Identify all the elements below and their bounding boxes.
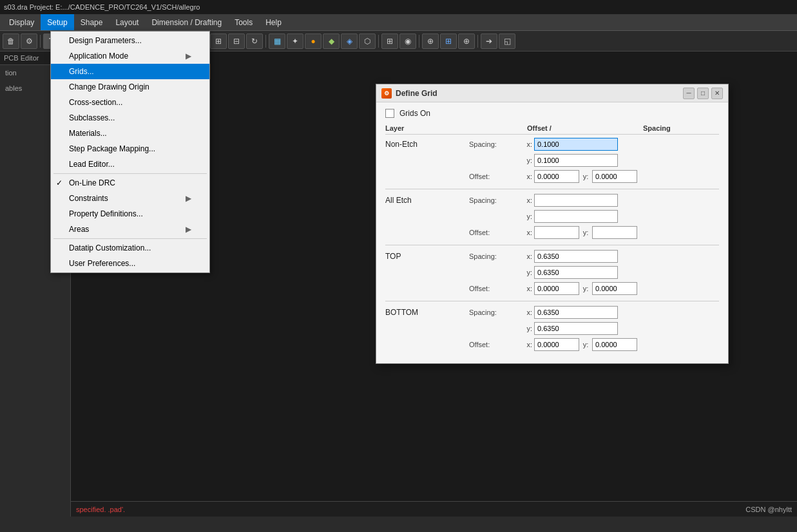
dropdown-item-areas[interactable]: Areas ▶ bbox=[51, 222, 209, 237]
grid-section-top: TOP Spacing: x: y: Offset: x: y: bbox=[385, 249, 719, 296]
toolbar-btn-7[interactable]: ✦ bbox=[287, 33, 303, 49]
toolbar-btn-16[interactable]: ⊕ bbox=[458, 33, 475, 49]
top-offset-label: Offset: bbox=[469, 285, 521, 292]
dropdown-item-cross-section[interactable]: Cross-section... bbox=[51, 95, 209, 110]
all-etch-spacing-label: Spacing: bbox=[469, 196, 521, 204]
menu-shape[interactable]: Shape bbox=[74, 14, 110, 30]
bottom-offset-row: Offset: x: y: bbox=[385, 337, 719, 352]
toolbar-btn-8[interactable]: ● bbox=[305, 33, 322, 49]
all-etch-spacing-x-input[interactable] bbox=[534, 194, 618, 207]
grids-on-checkbox[interactable] bbox=[385, 109, 394, 118]
toolbar-zoom-area[interactable]: ⊟ bbox=[228, 33, 245, 49]
dropdown-item-change-origin[interactable]: Change Drawing Origin bbox=[51, 79, 209, 95]
all-etch-spacing-y-row: y: bbox=[385, 209, 719, 223]
all-etch-y1-label: y: bbox=[521, 213, 532, 220]
constraints-arrow-icon: ▶ bbox=[186, 194, 191, 203]
grids-on-label: Grids On bbox=[399, 109, 430, 118]
non-etch-spacing-y-input[interactable] bbox=[534, 154, 618, 167]
non-etch-offset-row: Offset: x: y: bbox=[385, 169, 719, 184]
toolbar-btn-12[interactable]: ⊞ bbox=[381, 33, 398, 49]
title-bar: s03.dra Project: E:.../CADENCE_PRO/TC264… bbox=[0, 0, 797, 14]
dropdown-item-app-mode[interactable]: Application Mode ▶ bbox=[51, 48, 209, 64]
toolbar-zoom-fit[interactable]: ⊞ bbox=[210, 33, 227, 49]
bottom-x-label: x: bbox=[521, 309, 532, 316]
dialog-controls: ─ □ ✕ bbox=[683, 88, 723, 99]
top-spacing-y-row: y: bbox=[385, 265, 719, 280]
bottom-spacing-y-input[interactable] bbox=[534, 322, 618, 335]
status-bar-right: CSDN @nhyltt bbox=[745, 506, 792, 513]
non-etch-ox-label: x: bbox=[521, 173, 532, 180]
non-etch-x-label: x: bbox=[521, 140, 532, 148]
dropdown-sep-1 bbox=[53, 173, 207, 174]
top-spacing-x-input[interactable] bbox=[534, 250, 618, 263]
menu-help[interactable]: Help bbox=[259, 14, 288, 30]
toolbar-btn-10[interactable]: ◈ bbox=[341, 33, 358, 49]
dropdown-item-subclasses[interactable]: Subclasses... bbox=[51, 110, 209, 126]
menu-tools[interactable]: Tools bbox=[228, 14, 259, 30]
dropdown-item-user-prefs[interactable]: User Preferences... bbox=[51, 256, 209, 271]
dialog-close-button[interactable]: ✕ bbox=[711, 88, 723, 99]
top-offset-x-input[interactable] bbox=[534, 282, 579, 295]
bottom-offset-mid-y: y: bbox=[579, 341, 592, 348]
toolbar-refresh[interactable]: ↻ bbox=[246, 33, 263, 49]
bottom-spacing-label: Spacing: bbox=[469, 309, 521, 316]
bottom-offset-label: Offset: bbox=[469, 341, 521, 348]
top-y1-label: y: bbox=[521, 269, 532, 276]
left-panel-title: PCB Editor bbox=[4, 54, 39, 62]
non-etch-offset-mid-y: y: bbox=[579, 173, 592, 180]
toolbar-sep-5 bbox=[419, 35, 419, 48]
bottom-spacing-x-input[interactable] bbox=[534, 306, 618, 319]
dialog-body: Grids On Layer Offset / Spacing Non-Etch… bbox=[376, 102, 728, 363]
toolbar-btn-14[interactable]: ⊕ bbox=[422, 33, 439, 49]
bottom-ox-label: x: bbox=[521, 341, 532, 348]
non-etch-offset-x-input[interactable] bbox=[534, 170, 579, 183]
toolbar-btn-9[interactable]: ◆ bbox=[323, 33, 340, 49]
non-etch-offset-y-input[interactable] bbox=[592, 170, 637, 183]
menu-dimension[interactable]: Dimension / Drafting bbox=[145, 14, 228, 30]
non-etch-spacing-x-input[interactable] bbox=[534, 138, 618, 151]
dropdown-item-constraints[interactable]: Constraints ▶ bbox=[51, 191, 209, 206]
toolbar-btn-17[interactable]: ➔ bbox=[481, 33, 497, 49]
toolbar-btn-11[interactable]: ⬡ bbox=[359, 33, 376, 49]
bottom-offset-y-input[interactable] bbox=[592, 338, 637, 351]
dropdown-item-step-package[interactable]: Step Package Mapping... bbox=[51, 141, 209, 157]
toolbar-btn-13[interactable]: ◉ bbox=[399, 33, 416, 49]
dropdown-item-materials[interactable]: Materials... bbox=[51, 126, 209, 141]
all-etch-x-label: x: bbox=[521, 196, 532, 204]
toolbar-btn-18[interactable]: ◱ bbox=[499, 33, 515, 49]
menu-layout[interactable]: Layout bbox=[109, 14, 145, 30]
setup-dropdown-menu: Design Parameters... Application Mode ▶ … bbox=[50, 31, 210, 273]
all-etch-offset-y-input[interactable] bbox=[592, 226, 637, 239]
dropdown-item-online-drc[interactable]: On-Line DRC bbox=[51, 175, 209, 191]
title-text: s03.dra Project: E:.../CADENCE_PRO/TC264… bbox=[4, 3, 200, 11]
dropdown-item-datatip[interactable]: Datatip Customization... bbox=[51, 240, 209, 256]
all-etch-offset-x-input[interactable] bbox=[534, 226, 579, 239]
dialog-maximize-button[interactable]: □ bbox=[697, 88, 709, 99]
dropdown-item-lead-editor[interactable]: Lead Editor... bbox=[51, 157, 209, 172]
top-spacing-label: Spacing: bbox=[469, 252, 521, 260]
bottom-spacing-y-row: y: bbox=[385, 321, 719, 336]
toolbar-sep-3 bbox=[265, 35, 266, 48]
all-etch-spacing-x-row: All Etch Spacing: x: bbox=[385, 193, 719, 207]
areas-arrow-icon: ▶ bbox=[186, 225, 191, 234]
dropdown-sep-2 bbox=[53, 238, 207, 239]
define-grid-dialog: ⚙ Define Grid ─ □ ✕ Grids On Layer Offse… bbox=[376, 84, 729, 364]
toolbar-btn-1[interactable]: 🗑 bbox=[3, 33, 19, 49]
dropdown-item-property-defs[interactable]: Property Definitions... bbox=[51, 206, 209, 222]
top-label: TOP bbox=[385, 252, 469, 261]
toolbar-btn-6[interactable]: ▦ bbox=[269, 33, 285, 49]
bottom-offset-x-input[interactable] bbox=[534, 338, 579, 351]
top-spacing-y-input[interactable] bbox=[534, 266, 618, 279]
toolbar-btn-15[interactable]: ⊞ bbox=[440, 33, 457, 49]
all-etch-spacing-y-input[interactable] bbox=[534, 210, 618, 223]
dropdown-item-design-params[interactable]: Design Parameters... bbox=[51, 33, 209, 48]
top-offset-y-input[interactable] bbox=[592, 282, 637, 295]
header-spacing: Spacing bbox=[604, 124, 701, 132]
menu-setup[interactable]: Setup bbox=[41, 14, 73, 30]
dialog-minimize-button[interactable]: ─ bbox=[683, 88, 695, 99]
toolbar-btn-2[interactable]: ⚙ bbox=[21, 33, 37, 49]
menu-display[interactable]: Display bbox=[3, 14, 41, 30]
dropdown-item-grids[interactable]: Grids... bbox=[51, 64, 209, 79]
top-offset-row: Offset: x: y: bbox=[385, 281, 719, 296]
divider-2 bbox=[385, 245, 719, 245]
